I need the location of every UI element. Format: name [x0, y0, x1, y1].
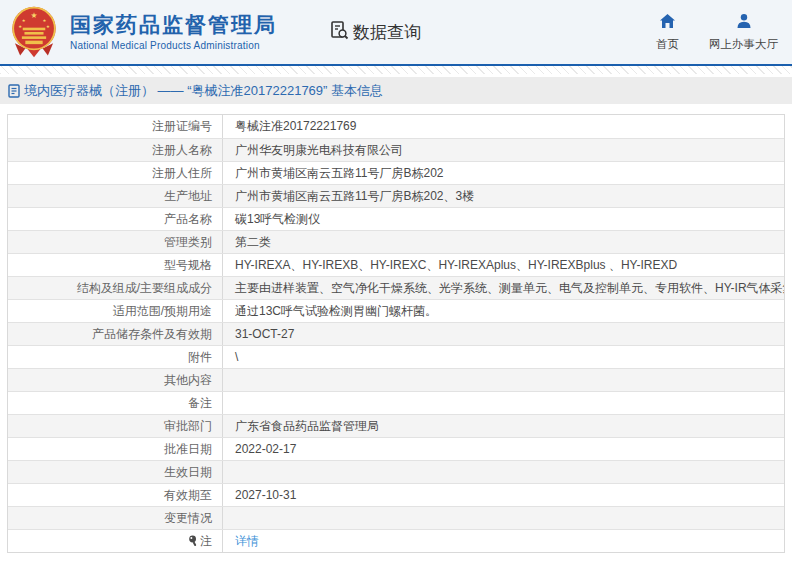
field-label: 注册人名称 — [8, 139, 223, 161]
table-row: 生效日期 — [8, 460, 784, 483]
detail-link[interactable]: 详情 — [235, 533, 259, 550]
table-row: 其他内容 — [8, 368, 784, 391]
nav-home-label: 首页 — [656, 37, 679, 52]
home-icon — [659, 13, 676, 33]
field-value — [223, 461, 784, 483]
field-label-text: 审批部门 — [164, 418, 212, 435]
header-nav: 首页 网上办事大厅 — [656, 13, 778, 52]
field-label-text: 注册证编号 — [152, 118, 212, 135]
field-label-text: 注册人住所 — [152, 165, 212, 182]
nav-online-hall[interactable]: 网上办事大厅 — [709, 13, 778, 52]
breadcrumb-title: 境内医疗器械（注册） —— “粤械注准20172221769” 基本信息 — [24, 82, 383, 100]
field-value: 广州市黄埔区南云五路11号厂房B栋202、3楼 — [223, 185, 784, 207]
page: ★ ★ ★ ★ ★ 国家药品监督管理局 National Medical Pro… — [0, 0, 792, 563]
table-row: 变更情况 — [8, 506, 784, 529]
field-value-text: 广东省食品药品监督管理局 — [235, 418, 379, 435]
field-label: 结构及组成/主要组成成分 — [8, 277, 223, 299]
field-value: 2027-10-31 — [223, 484, 784, 506]
document-icon — [8, 84, 20, 98]
field-value — [223, 507, 784, 529]
field-label-text: 型号规格 — [164, 257, 212, 274]
table-row: 注册证编号粤械注准20172221769 — [8, 115, 784, 138]
field-value-text: 31-OCT-27 — [235, 327, 294, 341]
nav-home[interactable]: 首页 — [656, 13, 679, 52]
field-value: 31-OCT-27 — [223, 323, 784, 345]
table-row: 型号规格HY-IREXA、HY-IREXB、HY-IREXC、HY-IREXAp… — [8, 253, 784, 276]
table-row: 附件\ — [8, 345, 784, 368]
field-label: 变更情况 — [8, 507, 223, 529]
svg-text:★: ★ — [46, 24, 50, 29]
data-query-label: 数据查询 — [353, 21, 421, 44]
field-label: 批准日期 — [8, 438, 223, 460]
field-value: 2022-02-17 — [223, 438, 784, 460]
org-name-en: National Medical Products Administration — [70, 40, 277, 51]
field-label: 生效日期 — [8, 461, 223, 483]
svg-text:★: ★ — [18, 24, 22, 29]
field-value: 碳13呼气检测仪 — [223, 208, 784, 230]
field-label: 备注 — [8, 392, 223, 414]
field-label: 适用范围/预期用途 — [8, 300, 223, 322]
field-value: 广东省食品药品监督管理局 — [223, 415, 784, 437]
field-value: 广州市黄埔区南云五路11号厂房B栋202 — [223, 162, 784, 184]
field-label-text: 批准日期 — [164, 441, 212, 458]
table-row: 产品储存条件及有效期31-OCT-27 — [8, 322, 784, 345]
table-row: 适用范围/预期用途通过13C呼气试验检测胃幽门螺杆菌。 — [8, 299, 784, 322]
org-name-cn: 国家药品监督管理局 — [70, 13, 277, 37]
table-row: 备注 — [8, 391, 784, 414]
data-query-tab[interactable]: 数据查询 — [329, 20, 421, 44]
field-value-text: 广州市黄埔区南云五路11号厂房B栋202 — [235, 165, 443, 182]
breadcrumb: 境内医疗器械（注册） —— “粤械注准20172221769” 基本信息 — [0, 77, 792, 104]
document-search-icon — [329, 20, 349, 44]
field-value-text: 第二类 — [235, 234, 271, 251]
field-label: 有效期至 — [8, 484, 223, 506]
field-label: 注 — [8, 530, 223, 552]
table-row: 产品名称碳13呼气检测仪 — [8, 207, 784, 230]
field-value: 详情 — [223, 530, 784, 552]
field-label: 审批部门 — [8, 415, 223, 437]
table-row: 注册人名称广州华友明康光电科技有限公司 — [8, 138, 784, 161]
field-label-text: 附件 — [188, 349, 212, 366]
field-label: 管理类别 — [8, 231, 223, 253]
field-label-text: 结构及组成/主要组成成分 — [77, 280, 212, 297]
field-label-text: 生产地址 — [164, 188, 212, 205]
brand-text: 国家药品监督管理局 National Medical Products Admi… — [70, 13, 277, 51]
table-row: 注详情 — [8, 529, 784, 552]
field-label-text: 变更情况 — [164, 510, 212, 527]
field-value-text: 通过13C呼气试验检测胃幽门螺杆菌。 — [235, 303, 437, 320]
field-label-text: 产品名称 — [164, 211, 212, 228]
field-label: 产品名称 — [8, 208, 223, 230]
table-row: 批准日期2022-02-17 — [8, 437, 784, 460]
field-label-text: 注 — [200, 533, 212, 550]
info-table: 注册证编号粤械注准20172221769注册人名称广州华友明康光电科技有限公司注… — [7, 114, 785, 553]
field-value: HY-IREXA、HY-IREXB、HY-IREXC、HY-IREXAplus、… — [223, 254, 784, 276]
field-value — [223, 392, 784, 414]
table-row: 管理类别第二类 — [8, 230, 784, 253]
national-emblem-logo: ★ ★ ★ ★ ★ — [8, 5, 60, 59]
field-value-text: \ — [235, 350, 238, 364]
field-label: 注册证编号 — [8, 115, 223, 138]
field-label-text: 有效期至 — [164, 487, 212, 504]
field-value: \ — [223, 346, 784, 368]
field-value: 第二类 — [223, 231, 784, 253]
field-value: 主要由进样装置、空气净化干燥系统、光学系统、测量单元、电气及控制单元、专用软件、… — [223, 277, 784, 299]
field-label: 产品储存条件及有效期 — [8, 323, 223, 345]
field-label: 注册人住所 — [8, 162, 223, 184]
table-row: 结构及组成/主要组成成分主要由进样装置、空气净化干燥系统、光学系统、测量单元、电… — [8, 276, 784, 299]
field-label: 型号规格 — [8, 254, 223, 276]
field-value-text: 2027-10-31 — [235, 488, 296, 502]
field-value-text: 2022-02-17 — [235, 442, 296, 456]
svg-text:★: ★ — [31, 11, 38, 20]
note-pin-icon — [188, 535, 198, 547]
field-value: 粤械注准20172221769 — [223, 115, 784, 138]
field-value: 广州华友明康光电科技有限公司 — [223, 139, 784, 161]
field-label: 其他内容 — [8, 369, 223, 391]
field-label-text: 管理类别 — [164, 234, 212, 251]
user-icon — [736, 13, 752, 33]
hatch-divider — [0, 66, 792, 74]
field-value-text: 粤械注准20172221769 — [235, 118, 356, 135]
field-label: 生产地址 — [8, 185, 223, 207]
field-label-text: 注册人名称 — [152, 142, 212, 159]
field-value — [223, 369, 784, 391]
svg-text:★: ★ — [22, 18, 26, 23]
brand: ★ ★ ★ ★ ★ 国家药品监督管理局 National Medical Pro… — [8, 5, 277, 59]
